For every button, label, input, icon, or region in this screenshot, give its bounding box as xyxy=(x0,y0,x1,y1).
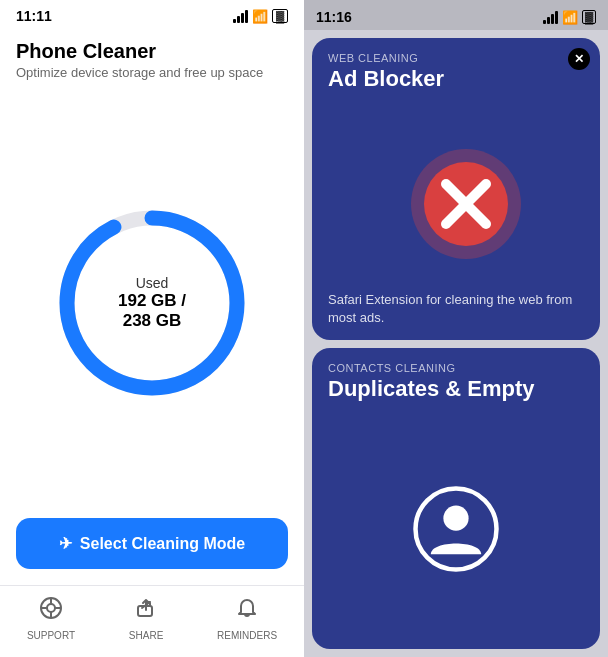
status-icons-left: 📶 ▓ xyxy=(233,9,288,24)
donut-value: 192 GB / 238 GB xyxy=(102,291,202,331)
share-icon xyxy=(134,596,158,626)
card-web-cleaning: ✕ WEB CLEANING Ad Blocker Safari Extensi… xyxy=(312,38,600,340)
storage-chart-area: Used 192 GB / 238 GB xyxy=(0,88,304,518)
card1-category: WEB CLEANING xyxy=(312,38,600,66)
donut-label: Used xyxy=(102,275,202,291)
left-panel: 11:11 📶 ▓ Phone Cleaner Optimize device … xyxy=(0,0,304,657)
app-title: Phone Cleaner xyxy=(16,40,288,63)
bell-icon xyxy=(235,596,259,626)
select-cleaning-mode-button[interactable]: ✈ Select Cleaning Mode xyxy=(16,518,288,569)
nav-item-support[interactable]: SUPPORT xyxy=(27,596,75,641)
card2-category: CONTACTS CLEANING xyxy=(312,348,600,376)
svg-point-12 xyxy=(443,506,468,531)
battery-icon: ▓ xyxy=(272,9,288,23)
cards-area: ✕ WEB CLEANING Ad Blocker Safari Extensi… xyxy=(304,30,608,657)
card2-icon-area xyxy=(312,410,600,650)
select-btn-label: Select Cleaning Mode xyxy=(80,535,245,553)
close-button-card1[interactable]: ✕ xyxy=(568,48,590,70)
status-bar-right: 11:16 📶 ▓ xyxy=(304,0,608,30)
battery-icon-right: ▓ xyxy=(582,10,596,24)
signal-icon xyxy=(233,10,248,23)
donut-chart: Used 192 GB / 238 GB xyxy=(52,203,252,403)
status-icons-right: 📶 ▓ xyxy=(543,10,596,25)
status-bar-left: 11:11 📶 ▓ xyxy=(0,0,304,28)
bottom-nav: SUPPORT SHARE REMINDERS xyxy=(0,585,304,657)
send-icon: ✈ xyxy=(59,534,72,553)
time-left: 11:11 xyxy=(16,8,52,24)
contact-icon xyxy=(411,484,501,574)
wifi-icon: 📶 xyxy=(252,9,268,24)
nav-label-share: SHARE xyxy=(129,630,163,641)
ad-blocker-icon xyxy=(406,144,506,244)
card1-icon-area xyxy=(312,100,600,287)
card2-title: Duplicates & Empty xyxy=(312,376,600,410)
support-icon xyxy=(39,596,63,626)
time-right: 11:16 xyxy=(316,9,352,25)
card1-title: Ad Blocker xyxy=(312,66,600,100)
signal-icon-right xyxy=(543,11,558,24)
nav-item-share[interactable]: SHARE xyxy=(129,596,163,641)
right-panel: 11:16 📶 ▓ ✕ WEB CLEANING Ad Blocker xyxy=(304,0,608,657)
svg-point-1 xyxy=(47,604,55,612)
app-subtitle: Optimize device storage and free up spac… xyxy=(16,65,288,80)
card1-description: Safari Extension for cleaning the web fr… xyxy=(312,287,600,339)
wifi-icon-right: 📶 xyxy=(562,10,578,25)
nav-label-support: SUPPORT xyxy=(27,630,75,641)
nav-item-reminders[interactable]: REMINDERS xyxy=(217,596,277,641)
card-contacts-cleaning: CONTACTS CLEANING Duplicates & Empty xyxy=(312,348,600,650)
nav-label-reminders: REMINDERS xyxy=(217,630,277,641)
donut-center: Used 192 GB / 238 GB xyxy=(102,275,202,331)
app-header: Phone Cleaner Optimize device storage an… xyxy=(0,28,304,88)
